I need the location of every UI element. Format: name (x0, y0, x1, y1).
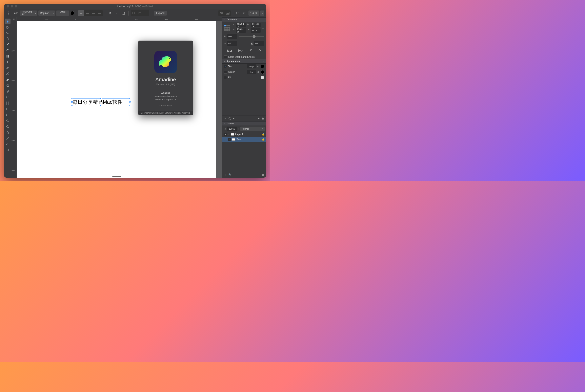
eyedropper-2-tool[interactable] (5, 89, 11, 94)
text-on-path-1-button[interactable] (131, 10, 137, 16)
crosshair-icon[interactable] (6, 10, 12, 16)
minimize-window-icon[interactable] (11, 5, 13, 8)
layers-panel-header[interactable]: ✕ Layers ⌄ (222, 121, 266, 126)
rectangle-tool[interactable] (5, 106, 11, 112)
text-on-path-3-button[interactable] (143, 10, 149, 16)
chevron-down-icon[interactable]: ⌄ (263, 122, 264, 125)
appearance-row[interactable]: ✓ Text 20 pt ⚙ (222, 64, 266, 69)
align-center-button[interactable] (84, 10, 90, 16)
direct-select-tool[interactable] (5, 24, 11, 30)
add-layer-icon[interactable]: ＋ (224, 173, 226, 176)
zoom-in-icon[interactable] (242, 10, 247, 16)
ellipse-tool[interactable] (5, 118, 11, 124)
row-value[interactable]: 20 pt (247, 64, 256, 68)
shear-h-input[interactable]: 0.0° (227, 41, 237, 46)
selection-box[interactable]: 每日分享精品Mac软件 (72, 98, 130, 105)
star-tool[interactable] (5, 130, 11, 135)
zoom-out-icon[interactable] (235, 10, 240, 16)
add-stroke-icon[interactable]: ◯ (228, 117, 231, 120)
anchor-grid[interactable] (224, 25, 230, 31)
opacity-caret[interactable]: ▾ (238, 128, 239, 130)
link-wh-icon[interactable]: ⫘ (261, 26, 264, 30)
disclosure-icon[interactable]: ▾ (228, 134, 230, 136)
opacity-input[interactable]: 100 % (227, 126, 237, 131)
lock-icon[interactable]: 🔒 (262, 133, 265, 136)
rounded-rect-tool[interactable] (5, 112, 11, 118)
gradient-tool[interactable] (5, 54, 11, 59)
zoom-percent-input[interactable]: 154 % (248, 10, 259, 16)
visibility-toggle[interactable]: ✓ (228, 138, 231, 141)
panel-grab-handle[interactable] (112, 176, 121, 177)
geometry-panel-header[interactable]: ✕ Geometry ⌄ (222, 17, 266, 22)
row-checkbox[interactable]: ✓ (224, 65, 227, 68)
scale-stroke-checkbox[interactable]: Scale Stroke and Effects (222, 55, 266, 59)
zoom-tool[interactable] (5, 95, 11, 100)
zoom-window-icon[interactable] (15, 5, 17, 8)
zoom-menu-caret[interactable]: ▾ (260, 10, 264, 16)
line-tool[interactable] (5, 136, 11, 141)
panel-close-icon[interactable]: ✕ (224, 18, 226, 20)
underline-button[interactable]: U (121, 10, 127, 16)
width-tool[interactable] (5, 48, 11, 53)
swap-icon[interactable]: ⇄ (237, 117, 239, 120)
text-on-path-2-button[interactable] (137, 10, 143, 16)
selected-text-object[interactable]: 每日分享精品Mac软件 (72, 99, 130, 105)
chevron-down-icon[interactable]: ⌄ (263, 18, 264, 20)
color-swatch[interactable] (261, 76, 264, 79)
text-color-swatch[interactable] (70, 11, 74, 15)
search-layers-icon[interactable]: 🔍 (228, 174, 232, 176)
expand-button[interactable]: Expand (154, 11, 167, 16)
delete-layer-icon[interactable]: 🗑 (262, 174, 264, 176)
fx-icon[interactable]: ✦ (258, 117, 260, 120)
arc-tool[interactable] (5, 142, 11, 147)
type-tool[interactable]: T (5, 60, 11, 65)
horizontal-ruler[interactable]: 100200300400500600700800900 (17, 17, 222, 21)
eyedropper-tool[interactable] (5, 66, 11, 71)
align-right-button[interactable] (91, 10, 97, 16)
font-family-select[interactable]: PingFang SC (20, 10, 37, 16)
align-justify-button[interactable] (97, 10, 103, 16)
font-style-select[interactable]: Regular (38, 10, 55, 16)
close-icon[interactable]: ✕ (140, 42, 142, 45)
eraser-tool[interactable] (5, 77, 11, 82)
row-checkbox[interactable] (224, 71, 227, 74)
preview-icon[interactable] (218, 10, 224, 16)
panel-close-icon[interactable]: ✕ (224, 60, 226, 62)
brush-tool[interactable] (5, 42, 11, 48)
polygon-tool[interactable] (5, 124, 11, 130)
color-swatch[interactable] (261, 70, 264, 74)
visibility-toggle[interactable]: ✓ (224, 133, 227, 136)
vertical-ruler[interactable]: 100200300400500 (11, 21, 17, 178)
gear-icon[interactable]: ⚙ (257, 65, 259, 68)
blend-mode-select[interactable]: Normal (240, 126, 265, 131)
shape-builder-tool[interactable] (5, 83, 11, 88)
panel-close-icon[interactable]: ✕ (224, 122, 226, 125)
font-size-input[interactable]: 20 pt (56, 10, 69, 16)
artboard-tool[interactable] (5, 100, 11, 106)
flip-v-icon[interactable]: ▶▷ (238, 48, 243, 52)
crop-tool[interactable] (5, 147, 11, 153)
w-input[interactable]: 197.78 px (251, 23, 261, 28)
add-fill-icon[interactable]: ● (233, 117, 235, 120)
image-view-icon[interactable] (225, 10, 231, 16)
gear-icon[interactable]: ⚙ (257, 71, 259, 74)
rotation-slider[interactable] (239, 36, 264, 37)
chevron-down-icon[interactable]: ⌄ (263, 60, 264, 62)
align-left-button[interactable] (78, 10, 84, 16)
shear-v-input[interactable]: 0.0° (254, 41, 264, 46)
x-input[interactable]: 185.93 px (236, 23, 246, 28)
undo-icon[interactable]: ↶ (249, 48, 252, 52)
ruler-unit[interactable]: px (11, 17, 17, 21)
add-appearance-icon[interactable]: ＋ (224, 117, 226, 120)
appearance-panel-header[interactable]: ✕ Appearance ⌄ (222, 59, 266, 64)
appearance-row[interactable]: Fill (222, 75, 266, 80)
appearance-row[interactable]: Stroke 1 pt ⚙ (222, 69, 266, 75)
italic-button[interactable]: I (114, 10, 120, 16)
trash-icon[interactable]: 🗑 (262, 117, 264, 120)
layer-row[interactable]: ✓ ▾ Layer 1 🔒 (222, 132, 266, 137)
lasso-tool[interactable] (5, 30, 11, 36)
flip-h-icon[interactable]: ◣◢ (227, 48, 232, 52)
row-checkbox[interactable] (224, 76, 227, 79)
rotation-input[interactable]: 0.0° (227, 34, 237, 39)
color-swatch[interactable] (261, 64, 264, 68)
